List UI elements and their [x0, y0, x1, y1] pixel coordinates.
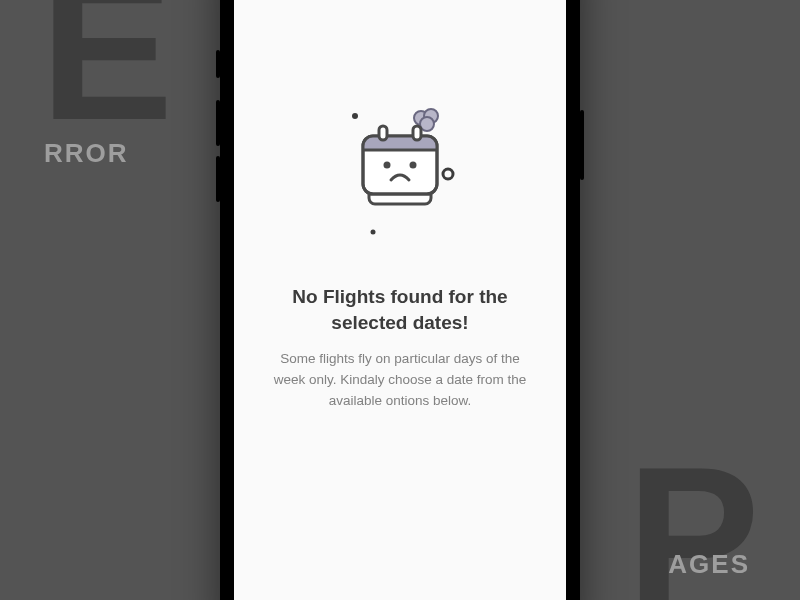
phone-volume-up: [216, 100, 220, 146]
background-letter-e: E: [40, 0, 165, 130]
phone-frame: No Flights found for the selected dates!…: [220, 0, 580, 600]
svg-point-12: [384, 162, 391, 169]
svg-point-0: [352, 113, 358, 119]
background-label-rror: RROR: [44, 138, 129, 169]
svg-point-1: [443, 169, 453, 179]
background-label-ages: AGES: [668, 549, 750, 580]
phone-power-button: [580, 110, 584, 180]
error-subtitle: Some flights fly on particular days of t…: [270, 349, 530, 412]
svg-rect-11: [413, 126, 421, 140]
svg-point-13: [410, 162, 417, 169]
error-title: No Flights found for the selected dates!: [270, 284, 530, 335]
calendar-icon: [325, 104, 475, 244]
sad-calendar-illustration: [325, 104, 475, 244]
svg-rect-10: [379, 126, 387, 140]
phone-mute-switch: [216, 50, 220, 78]
phone-screen: No Flights found for the selected dates!…: [234, 0, 566, 600]
svg-point-2: [371, 230, 376, 235]
phone-volume-down: [216, 156, 220, 202]
